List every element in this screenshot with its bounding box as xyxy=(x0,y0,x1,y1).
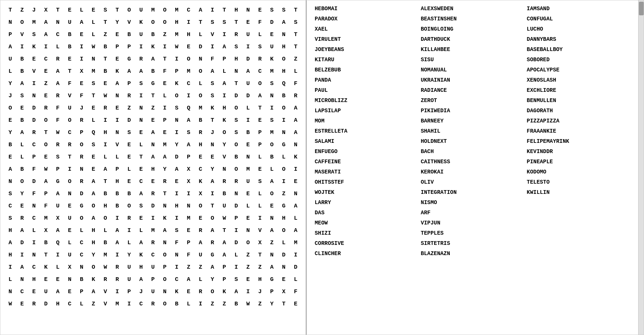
grid-cell-17-19: P xyxy=(230,212,242,224)
grid-cell-17-20: E xyxy=(242,212,254,224)
grid-cell-11-11: L xyxy=(135,138,147,151)
grid-cell-23-14: K xyxy=(171,285,182,298)
grid-cell-24-20: W xyxy=(242,298,254,310)
grid-cell-7-5: V xyxy=(64,89,76,102)
grid-cell-15-5: N xyxy=(64,187,76,200)
grid-cell-22-1: N xyxy=(16,273,28,285)
word-item-3-2: DANNYBARS xyxy=(525,34,631,45)
grid-cell-2-5: B xyxy=(64,28,76,40)
grid-cell-1-13: O xyxy=(159,16,170,28)
word-item-5-1: SISU xyxy=(419,55,526,65)
grid-cell-16-14: H xyxy=(171,200,182,212)
grid-cell-9-21: E xyxy=(254,114,266,126)
grid-cell-22-8: R xyxy=(100,273,111,285)
grid-cell-14-10: E xyxy=(123,175,135,187)
grid-cell-11-6: O xyxy=(76,138,87,151)
grid-cell-7-17: S xyxy=(207,89,218,102)
grid-cell-7-19: D xyxy=(230,89,242,102)
scrollbar-thumb[interactable] xyxy=(639,2,644,15)
grid-cell-8-6: J xyxy=(76,102,87,114)
grid-cell-18-22: A xyxy=(266,224,278,236)
grid-cell-14-8: T xyxy=(100,175,111,187)
grid-cell-5-12: B xyxy=(147,65,159,77)
grid-cell-12-2: P xyxy=(28,151,40,163)
grid-cell-9-1: B xyxy=(16,114,28,126)
grid-cell-15-8: B xyxy=(100,187,111,200)
grid-cell-6-15: C xyxy=(183,77,194,89)
grid-cell-2-23: N xyxy=(278,28,290,40)
grid-cell-0-17: I xyxy=(207,4,218,16)
grid-cell-3-21: S xyxy=(254,40,266,53)
grid-cell-9-4: F xyxy=(52,114,64,126)
grid-cell-2-9: E xyxy=(112,28,123,40)
scrollbar-area[interactable] xyxy=(638,0,644,335)
grid-cell-8-9: E xyxy=(112,102,123,114)
grid-cell-2-13: Z xyxy=(159,28,170,40)
grid-cell-23-12: U xyxy=(147,285,159,298)
grid-cell-8-13: I xyxy=(159,102,170,114)
grid-cell-8-11: N xyxy=(135,102,147,114)
grid-cell-21-17: A xyxy=(207,261,218,273)
word-item-15-1: CAITHNESS xyxy=(419,157,526,167)
grid-cell-4-9: E xyxy=(112,53,123,65)
grid-cell-15-11: A xyxy=(135,187,147,200)
grid-cell-19-0: A xyxy=(4,236,16,249)
grid-cell-11-7: S xyxy=(88,138,99,151)
word-item-23-1: SIRTETRIS xyxy=(419,238,526,249)
grid-cell-4-15: O xyxy=(183,53,194,65)
grid-cell-19-2: I xyxy=(28,236,40,249)
grid-cell-5-23: H xyxy=(278,65,290,77)
grid-cell-23-4: A xyxy=(52,285,64,298)
grid-cell-11-8: I xyxy=(100,138,111,151)
grid-cell-18-2: L xyxy=(28,224,40,236)
word-item-4-1: KILLAHBEE xyxy=(419,45,526,55)
grid-cell-15-16: X xyxy=(195,187,206,200)
grid-cell-14-1: O xyxy=(16,175,28,187)
grid-cell-15-17: I xyxy=(207,187,218,200)
grid-cell-12-15: P xyxy=(183,151,194,163)
grid-cell-10-23: N xyxy=(278,126,290,138)
grid-cell-1-17: S xyxy=(207,16,218,28)
grid-cell-12-0: E xyxy=(4,151,16,163)
grid-cell-22-9: R xyxy=(112,273,123,285)
grid-cell-1-16: T xyxy=(195,16,206,28)
grid-cell-16-20: L xyxy=(242,200,254,212)
grid-cell-2-21: L xyxy=(254,28,266,40)
grid-cell-4-22: K xyxy=(266,53,278,65)
grid-cell-1-4: N xyxy=(52,16,64,28)
grid-cell-18-1: A xyxy=(16,224,28,236)
grid-cell-15-22: O xyxy=(266,187,278,200)
grid-cell-2-15: H xyxy=(183,28,194,40)
grid-cell-17-5: U xyxy=(64,212,76,224)
grid-cell-13-23: O xyxy=(278,163,290,175)
word-item-16-2: KODOMO xyxy=(525,167,631,177)
grid-cell-14-3: A xyxy=(40,175,52,187)
word-item-20-2 xyxy=(525,208,631,218)
grid-cell-24-2: R xyxy=(28,298,40,310)
grid-cell-15-18: B xyxy=(218,187,230,200)
grid-cell-14-17: A xyxy=(207,175,218,187)
grid-cell-6-14: K xyxy=(171,77,182,89)
grid-cell-20-10: Y xyxy=(123,249,135,261)
grid-cell-6-24: F xyxy=(290,77,301,89)
grid-cell-11-10: E xyxy=(123,138,135,151)
grid-cell-12-9: L xyxy=(112,151,123,163)
grid-cell-0-19: H xyxy=(230,4,242,16)
grid-cell-14-23: I xyxy=(278,175,290,187)
grid-cell-0-0: T xyxy=(4,4,16,16)
grid-cell-24-4: H xyxy=(52,298,64,310)
grid-cell-13-19: O xyxy=(230,163,242,175)
grid-cell-23-19: A xyxy=(230,285,242,298)
grid-cell-2-12: B xyxy=(147,28,159,40)
grid-cell-22-24: L xyxy=(290,273,301,285)
grid-cell-8-17: K xyxy=(207,102,218,114)
grid-cell-4-4: R xyxy=(52,53,64,65)
grid-cell-17-3: M xyxy=(40,212,52,224)
grid-cell-16-23: G xyxy=(278,200,290,212)
word-item-2-1: BOINGLOING xyxy=(419,24,526,34)
grid-cell-21-21: Z xyxy=(254,261,266,273)
grid-cell-14-2: D xyxy=(28,175,40,187)
grid-cell-17-11: E xyxy=(135,212,147,224)
grid-cell-5-22: M xyxy=(266,65,278,77)
grid-cell-20-22: N xyxy=(266,249,278,261)
